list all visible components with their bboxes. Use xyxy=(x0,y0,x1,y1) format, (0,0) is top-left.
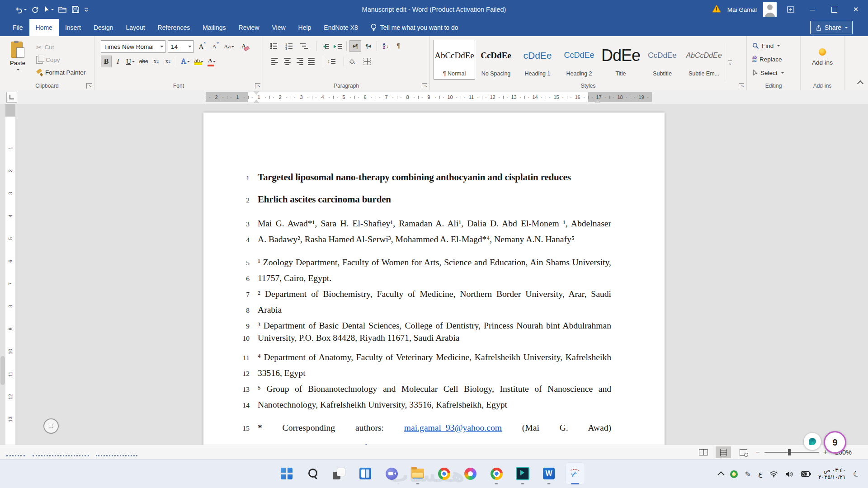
tab-references[interactable]: References xyxy=(151,19,197,36)
justify-button[interactable] xyxy=(307,56,320,67)
font-name-combo[interactable]: Times New Roman xyxy=(101,40,165,53)
subscript-button[interactable]: x2 xyxy=(151,56,161,67)
open-button[interactable] xyxy=(57,5,68,14)
tab-design[interactable]: Design xyxy=(87,19,120,36)
vertical-scrollbar-thumb[interactable] xyxy=(0,356,5,385)
line-text[interactable]: 33516, Egypt xyxy=(258,365,611,381)
customize-qat-button[interactable] xyxy=(83,5,90,14)
taskbar-color-wheel[interactable] xyxy=(460,462,480,485)
line-text[interactable]: mohamed.abouelmagd@vet.kfs.edu.eg (Moham… xyxy=(258,440,611,445)
avatar[interactable] xyxy=(763,2,777,17)
bold-button[interactable]: B xyxy=(101,56,112,67)
wifi-icon[interactable] xyxy=(769,471,778,478)
taskbar-word[interactable] xyxy=(539,462,559,485)
taskbar-search[interactable] xyxy=(303,462,323,485)
line-text[interactable]: ² Department of Biochemistry, Faculty of… xyxy=(258,286,611,302)
find-button[interactable]: Find xyxy=(747,40,800,52)
clipboard-dialog-launcher[interactable]: ↘ xyxy=(86,83,92,89)
cut-button[interactable]: ✂Cut xyxy=(35,42,86,53)
zoom-slider-thumb[interactable] xyxy=(788,449,791,455)
sort-button[interactable]: AZ↓ xyxy=(380,40,392,52)
italic-button[interactable]: I xyxy=(113,56,123,67)
bullets-button[interactable] xyxy=(269,40,283,52)
tab-mailings[interactable]: Mailings xyxy=(196,19,232,36)
status-language[interactable] xyxy=(96,455,137,456)
line-text[interactable]: University, P.O. Box 84428, Riyadh 11671… xyxy=(258,330,611,346)
touch-handle-icon[interactable] xyxy=(43,418,59,434)
styles-dialog-launcher[interactable]: ↘ xyxy=(739,83,744,89)
zoom-out-button[interactable]: − xyxy=(755,448,760,456)
status-left-text[interactable] xyxy=(6,455,25,456)
pen-tray-icon[interactable]: ✎ xyxy=(745,470,751,479)
superscript-button[interactable]: x2 xyxy=(162,56,173,67)
touch-mode-button[interactable] xyxy=(42,5,55,14)
line-text[interactable]: ⁵ Group of Bionanotechnology and Molecul… xyxy=(258,381,611,397)
taskbar-file-explorer[interactable] xyxy=(408,462,428,485)
undo-button[interactable] xyxy=(14,5,28,14)
left-to-right-button[interactable]: ▸¶ xyxy=(349,40,361,52)
line-spacing-button[interactable]: ↕ xyxy=(326,56,341,67)
line-text[interactable]: ¹ Zoology Department, Faculty of Women f… xyxy=(258,254,611,270)
text-highlight-button[interactable]: ab xyxy=(193,56,205,67)
do-not-disturb-icon[interactable]: ☾ xyxy=(852,469,861,479)
volume-icon[interactable] xyxy=(785,471,794,478)
tab-file[interactable]: File xyxy=(6,19,29,36)
multilevel-list-button[interactable] xyxy=(299,40,313,52)
vertical-ruler[interactable]: 12345678910111213 xyxy=(5,104,15,445)
tab-layout[interactable]: Layout xyxy=(120,19,151,36)
text-effects-button[interactable]: A xyxy=(179,56,192,67)
align-left-button[interactable] xyxy=(269,56,280,67)
account-user-name[interactable]: Mai Gamal xyxy=(727,6,757,13)
line-text[interactable]: A. Badawy², Rasha Hamed Al-Serwi³, Moham… xyxy=(258,231,611,247)
borders-button[interactable] xyxy=(362,56,376,67)
taskbar-media-player[interactable] xyxy=(513,462,533,485)
web-layout-button[interactable] xyxy=(736,446,751,458)
increase-indent-button[interactable] xyxy=(332,40,344,52)
style-title[interactable]: DdEeTitle xyxy=(600,40,642,80)
align-right-button[interactable] xyxy=(294,56,306,67)
line-text[interactable]: 11757, Cairo, Egypt. xyxy=(258,270,611,286)
maximize-button[interactable] xyxy=(826,0,842,19)
ribbon-display-options-button[interactable] xyxy=(783,0,798,19)
underline-button[interactable]: U xyxy=(124,56,137,67)
paste-button[interactable]: Paste xyxy=(5,40,31,80)
paragraph-dialog-launcher[interactable]: ↘ xyxy=(422,83,427,89)
tray-overflow-icon[interactable] xyxy=(717,471,725,479)
right-to-left-button[interactable]: ¶◂ xyxy=(362,40,374,52)
style-normal[interactable]: AbCcDdEe¶ Normal xyxy=(434,40,475,80)
zoom-slider[interactable] xyxy=(764,452,819,453)
line-text[interactable]: Mai G. Awad*¹, Sara H. El-Shafiey¹, Rama… xyxy=(258,216,611,231)
line-text[interactable]: Ehrlich ascites carcinoma burden xyxy=(258,190,611,209)
first-line-indent-marker[interactable] xyxy=(254,91,259,97)
numbering-button[interactable] xyxy=(283,40,298,52)
line-text[interactable]: Nanotechnology, Kafrelsheikh University,… xyxy=(258,397,611,413)
taskbar-chrome-2[interactable] xyxy=(486,462,506,485)
font-size-combo[interactable]: 14 xyxy=(168,40,193,53)
collapse-ribbon-button[interactable] xyxy=(858,80,863,88)
tell-me[interactable]: Tell me what you want to do xyxy=(371,19,458,36)
editor-assistant-badge[interactable] xyxy=(804,433,821,450)
line-text[interactable]: * Corresponding authors: mai.gamal_93@ya… xyxy=(258,420,611,436)
select-button[interactable]: Select xyxy=(747,67,800,79)
show-paragraph-marks-button[interactable]: ¶ xyxy=(392,40,404,52)
tab-review[interactable]: Review xyxy=(232,19,266,36)
taskbar-snipping-tool[interactable] xyxy=(565,462,585,485)
shrink-font-button[interactable]: A xyxy=(209,41,220,52)
tab-home[interactable]: Home xyxy=(29,19,59,36)
redo-button[interactable] xyxy=(30,5,40,14)
print-layout-button[interactable] xyxy=(716,446,731,458)
line-text[interactable]: Arabia xyxy=(258,302,611,318)
antivirus-tray-icon[interactable] xyxy=(730,470,738,478)
style-heading-1[interactable]: cDdEeHeading 1 xyxy=(517,40,558,80)
format-painter-button[interactable]: Format Painter xyxy=(35,67,86,78)
taskbar-widgets[interactable] xyxy=(355,462,375,485)
copy-button[interactable]: Copy xyxy=(35,54,86,66)
replace-button[interactable]: abac Replace xyxy=(747,53,800,65)
tab-endnote-x8[interactable]: EndNote X8 xyxy=(317,19,364,36)
font-dialog-launcher[interactable]: ↘ xyxy=(255,83,260,89)
tab-stop-selector[interactable] xyxy=(6,92,17,103)
grow-font-button[interactable]: A xyxy=(196,41,207,52)
style-subtle-emphasis[interactable]: AbCcDdEeSubtle Em... xyxy=(683,40,725,80)
taskbar-chat[interactable] xyxy=(382,462,401,485)
tab-insert[interactable]: Insert xyxy=(59,19,87,36)
